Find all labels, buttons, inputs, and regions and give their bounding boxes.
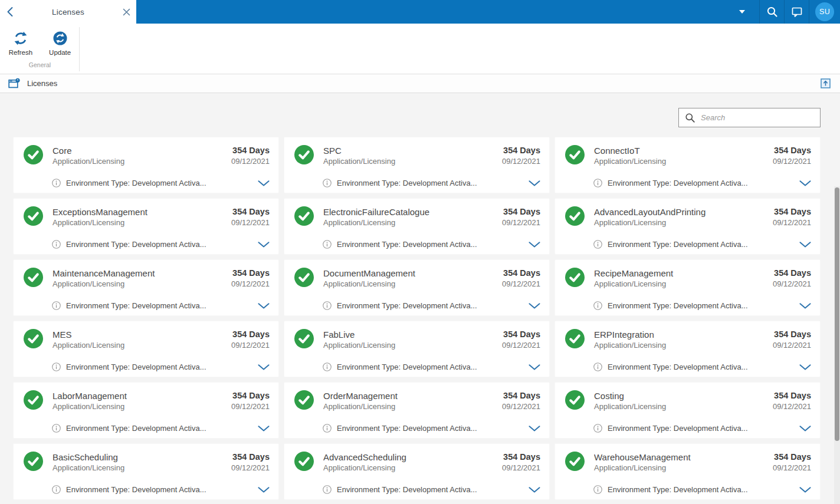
license-expiry-date: 09/12/2021	[773, 401, 811, 412]
license-category: Application/Licensing	[52, 463, 231, 473]
license-days-remaining: 354 Days	[773, 452, 811, 463]
license-card[interactable]: ElectronicFailureCatalogue Application/L…	[284, 198, 550, 255]
license-card[interactable]: ConnectIoT Application/Licensing 354 Day…	[554, 137, 821, 193]
toolbar-group-label: General	[0, 61, 80, 68]
close-tab-button[interactable]	[116, 8, 136, 16]
chevron-down-icon[interactable]	[529, 180, 540, 186]
chevron-down-icon[interactable]	[799, 242, 811, 248]
license-text: AdvancedScheduling Application/Licensing	[323, 452, 502, 473]
license-days-remaining: 354 Days	[502, 268, 540, 279]
menu-dropdown-button[interactable]	[725, 0, 759, 24]
license-environment-detail: Environment Type: Development Activa...	[608, 240, 793, 249]
license-card[interactable]: WarehouseManagement Application/Licensin…	[554, 443, 821, 500]
license-card[interactable]: ExceptionsManagement Application/Licensi…	[13, 198, 279, 255]
license-card[interactable]: SPC Application/Licensing 354 Days 09/12…	[284, 137, 550, 193]
license-card[interactable]: OrderManagement Application/Licensing 35…	[284, 382, 550, 439]
license-days-remaining: 354 Days	[231, 268, 270, 279]
license-card-header: Costing Application/Licensing 354 Days 0…	[565, 390, 811, 412]
chevron-down-icon[interactable]	[258, 242, 270, 248]
license-card[interactable]: FabLive Application/Licensing 354 Days 0…	[284, 321, 550, 377]
license-card-header: FabLive Application/Licensing 354 Days 0…	[294, 329, 540, 351]
check-circle-icon	[565, 145, 585, 164]
search-input[interactable]	[701, 113, 814, 122]
license-card[interactable]: Costing Application/Licensing 354 Days 0…	[554, 382, 821, 439]
license-expiry-date: 09/12/2021	[231, 463, 270, 473]
license-expiry-date: 09/12/2021	[231, 401, 270, 412]
license-category: Application/Licensing	[594, 156, 773, 167]
license-expiry-date: 09/12/2021	[502, 340, 540, 351]
license-category: Application/Licensing	[594, 401, 773, 412]
license-detail-row: Environment Type: Development Activa...	[52, 485, 270, 494]
license-text: ERPIntegration Application/Licensing	[594, 329, 773, 351]
license-detail-row: Environment Type: Development Activa...	[323, 363, 540, 371]
license-card-header: ElectronicFailureCatalogue Application/L…	[294, 206, 540, 228]
update-button[interactable]: Update	[45, 28, 74, 58]
license-card-header: LaborManagement Application/Licensing 35…	[24, 390, 270, 412]
chevron-down-icon[interactable]	[529, 426, 540, 431]
license-card[interactable]: Core Application/Licensing 354 Days 09/1…	[13, 137, 279, 193]
chevron-down-icon[interactable]	[799, 180, 811, 186]
license-environment-detail: Environment Type: Development Activa...	[337, 179, 523, 187]
license-card[interactable]: AdvancedScheduling Application/Licensing…	[284, 443, 550, 500]
vertical-scrollbar[interactable]	[834, 186, 840, 504]
user-menu-button[interactable]: SU	[809, 0, 840, 24]
info-icon	[593, 179, 602, 187]
chevron-down-icon[interactable]	[529, 364, 540, 370]
back-button[interactable]	[0, 6, 20, 17]
license-card[interactable]: RecipeManagement Application/Licensing 3…	[554, 259, 821, 316]
license-category: Application/Licensing	[323, 279, 502, 289]
chevron-down-icon[interactable]	[258, 426, 270, 431]
chevron-down-icon[interactable]	[799, 303, 811, 309]
chevron-down-icon[interactable]	[258, 364, 270, 370]
messages-button[interactable]	[785, 0, 809, 24]
info-icon	[323, 424, 332, 433]
refresh-button[interactable]: Refresh	[5, 28, 36, 58]
info-icon	[52, 424, 61, 433]
license-category: Application/Licensing	[323, 463, 502, 473]
top-bar-actions: SU	[136, 0, 840, 24]
license-detail-row: Environment Type: Development Activa...	[52, 424, 270, 433]
license-card[interactable]: MaintenanceManagement Application/Licens…	[13, 259, 279, 316]
search-box[interactable]	[678, 108, 821, 127]
license-card-header: AdvancedScheduling Application/Licensing…	[294, 452, 540, 473]
license-environment-detail: Environment Type: Development Activa...	[66, 240, 252, 249]
tab-licenses[interactable]: Licenses	[0, 0, 136, 24]
license-detail-row: Environment Type: Development Activa...	[323, 179, 540, 187]
license-category: Application/Licensing	[594, 279, 773, 289]
license-card-header: MaintenanceManagement Application/Licens…	[24, 268, 270, 289]
chevron-down-icon[interactable]	[799, 487, 811, 493]
license-detail-row: Environment Type: Development Activa...	[323, 424, 540, 433]
license-environment-detail: Environment Type: Development Activa...	[337, 363, 523, 371]
license-name: ConnectIoT	[594, 145, 773, 156]
collapse-panel-icon	[821, 78, 831, 88]
license-name: RecipeManagement	[594, 268, 773, 279]
license-text: FabLive Application/Licensing	[323, 329, 502, 351]
license-name: FabLive	[323, 329, 502, 340]
license-card[interactable]: AdvancedLayoutAndPrinting Application/Li…	[554, 198, 821, 255]
license-card[interactable]: DocumentManagement Application/Licensing…	[284, 259, 550, 316]
check-circle-icon	[24, 452, 43, 471]
license-card[interactable]: ERPIntegration Application/Licensing 354…	[554, 321, 821, 377]
licenses-content: Core Application/Licensing 354 Days 09/1…	[0, 93, 840, 504]
license-card[interactable]: BasicScheduling Application/Licensing 35…	[13, 443, 279, 500]
chevron-down-icon[interactable]	[258, 180, 270, 186]
license-environment-detail: Environment Type: Development Activa...	[608, 424, 793, 433]
license-card[interactable]: MES Application/Licensing 354 Days 09/12…	[13, 321, 279, 377]
license-expiry-date: 09/12/2021	[502, 156, 540, 167]
collapse-panel-button[interactable]	[821, 78, 831, 88]
chevron-down-icon[interactable]	[529, 303, 540, 309]
license-detail-row: Environment Type: Development Activa...	[52, 240, 270, 249]
license-detail-row: Environment Type: Development Activa...	[323, 301, 540, 310]
chevron-down-icon[interactable]	[529, 487, 540, 493]
chevron-down-icon[interactable]	[258, 303, 270, 309]
info-icon	[593, 363, 602, 371]
license-expiry: 354 Days 09/12/2021	[231, 206, 270, 228]
chevron-down-icon[interactable]	[258, 487, 270, 493]
chevron-down-icon[interactable]	[799, 364, 811, 370]
license-category: Application/Licensing	[323, 156, 502, 167]
license-card[interactable]: LaborManagement Application/Licensing 35…	[13, 382, 279, 439]
chevron-down-icon[interactable]	[799, 426, 811, 431]
global-search-button[interactable]	[760, 0, 784, 24]
chevron-down-icon[interactable]	[529, 242, 540, 248]
scrollbar-thumb[interactable]	[835, 187, 839, 441]
